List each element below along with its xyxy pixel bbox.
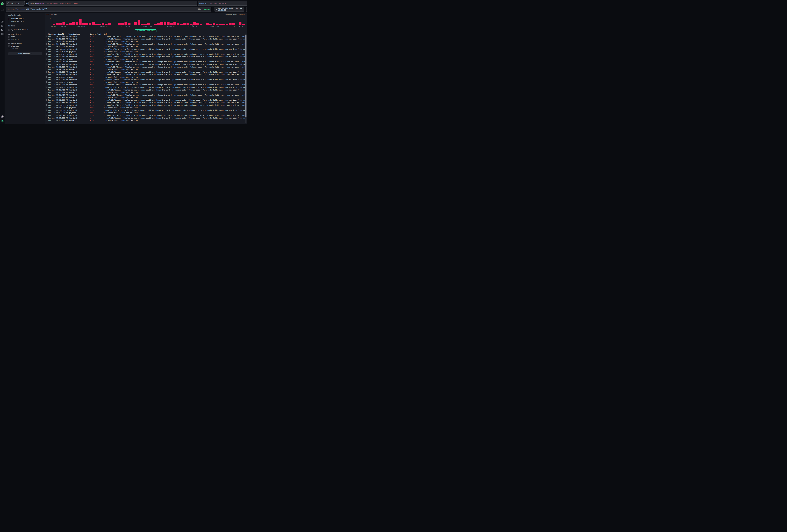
table-row[interactable]: Jun 11 1:56:03.252 PMfrontenderror{"code… — [45, 79, 247, 81]
table-row[interactable]: Jun 11 1:56:38.540 PMfrontenderror{"code… — [45, 56, 247, 58]
cell-body: {"code":13,"details":"failed to charge c… — [102, 99, 247, 101]
histogram-slot — [226, 18, 228, 25]
cell-body: × {"code":13,"details":"failed to charge… — [102, 94, 247, 96]
cell-servicename: frontend — [68, 48, 88, 50]
table-row[interactable]: Jun 11 1:55:51.454 PMfrontenderror× {"co… — [45, 94, 247, 96]
table-row[interactable]: Jun 11 1:56:32.848 PMfrontenderror{"code… — [45, 63, 247, 66]
table-row[interactable]: Jun 11 1:55:59.767 PMfrontenderror× {"co… — [45, 84, 247, 86]
source-select[interactable]: Demo Logs — [6, 1, 25, 5]
table-row[interactable]: Jun 11 1:55:16.302 PMfrontenderror× {"co… — [45, 104, 247, 107]
column-resize-handle[interactable]: ⋮ — [68, 33, 68, 35]
table-row[interactable]: Jun 11 1:55:39.330 PMfrontenderror{"code… — [45, 99, 247, 102]
language-sql-option[interactable]: SQL — [198, 8, 201, 10]
load-more-button[interactable]: Load more — [8, 38, 42, 40]
histogram-slot — [167, 18, 170, 25]
load-more-button[interactable]: Load more — [8, 47, 42, 50]
filter-option-checkout[interactable]: checkout — [8, 45, 42, 47]
sidebar-toggle-icon[interactable] — [0, 8, 5, 12]
table-row[interactable]: Jun 11 1:56:03.248 PMpaymenterrorVisa ca… — [45, 76, 247, 79]
table-row[interactable]: Jun 11 1:55:07.841 PMfrontenderror× {"co… — [45, 114, 247, 117]
results-panel: 333 Results Scanned Rows: 788242 24 0 Ju… — [45, 13, 247, 124]
analysis-mode-event-patterns[interactable]: Event Patterns — [9, 20, 42, 23]
filter-option-info[interactable]: info — [8, 36, 42, 38]
histogram-bar — [108, 23, 111, 25]
denoise-results-toggle[interactable]: Denoise Results — [8, 28, 42, 31]
table-row[interactable]: Jun 11 1:55:07.835 PMfrontenderror{"code… — [45, 117, 247, 119]
cell-body: × {"code":13,"details":"failed to charge… — [102, 84, 247, 86]
checkbox[interactable] — [8, 36, 10, 38]
analysis-mode-results-table[interactable]: Results Table — [9, 18, 42, 20]
table-row[interactable]: Jun 11 1:55:51.452 PMfrontenderror{"code… — [45, 89, 247, 91]
table-row[interactable]: Jun 11 1:55:39.331 PMfrontenderror× {"co… — [45, 102, 247, 104]
cell-severitytext: error — [88, 43, 102, 45]
filters-sidebar: Analysis Mode Results TableEvent Pattern… — [5, 13, 45, 124]
column-resize-handle[interactable]: ⋮ — [88, 33, 89, 35]
filter-group-name[interactable]: ServiceName — [8, 42, 42, 45]
header-severitytext[interactable]: SeverityText — [90, 34, 101, 35]
histogram-bar — [89, 23, 91, 25]
resume-live-tail-button[interactable]: Resume Live Tail — [135, 29, 156, 33]
table-row[interactable]: Jun 11 1:56:32.843 PMpaymenterrorVisa ca… — [45, 58, 247, 61]
header-timestamp[interactable]: Timestamp (Local) — [48, 34, 68, 35]
run-query-button[interactable] — [246, 7, 247, 12]
cell-severitytext: error — [88, 112, 102, 114]
time-range-picker[interactable]: Jun 11 13:41:52 - Jun 11 13:56:52 — [214, 7, 244, 12]
results-histogram[interactable]: 24 0 Jun 11 1:41:45 PM1:44:00 PM1:45:45 … — [46, 18, 245, 27]
table-row[interactable]: Jun 11 1:56:51.982 PMfrontenderror× {"co… — [45, 35, 247, 38]
dashboard-grid-icon[interactable] — [0, 32, 5, 36]
table-row[interactable]: Jun 11 1:54:52.241 PMpaymenterrorVisa ca… — [45, 119, 247, 122]
checkbox[interactable] — [8, 45, 10, 47]
table-row[interactable]: Jun 11 1:55:59.765 PMfrontenderror{"code… — [45, 86, 247, 89]
denoise-checkbox[interactable] — [8, 29, 10, 31]
table-row[interactable]: Jun 11 1:56:03.254 PMfrontenderror× {"co… — [45, 73, 247, 76]
scrollbar-thumb[interactable] — [246, 35, 247, 117]
gear-icon[interactable]: ⚙ — [26, 2, 28, 5]
header-body[interactable]: Body — [104, 34, 107, 35]
column-resize-handle[interactable]: ⋮ — [102, 33, 103, 35]
laptop-icon[interactable] — [0, 28, 5, 32]
x-axis-label: 1:52:45 PM — [188, 26, 197, 27]
histogram-slot — [206, 18, 209, 25]
table-row[interactable]: Jun 11 1:55:59.760 PMpaymenterrorVisa ca… — [45, 81, 247, 84]
help-button[interactable]: ? — [1, 115, 4, 118]
order-by-input[interactable]: ORDER BY TimestampTime DESC — [198, 1, 247, 5]
table-row[interactable]: Jun 11 1:56:08.956 PMfrontenderror× {"co… — [45, 66, 247, 68]
table-row[interactable]: Jun 11 1:56:08.948 PMpaymenterrorVisa ca… — [45, 68, 247, 71]
table-row[interactable]: Jun 11 1:56:43.001 PMfrontenderror× {"co… — [45, 43, 247, 45]
table-row[interactable]: Jun 11 1:56:32.849 PMfrontenderror× {"co… — [45, 61, 247, 63]
cell-severitytext: error — [88, 69, 102, 70]
user-avatar[interactable]: U — [1, 120, 4, 123]
cell-body: {"code":13,"details":"failed to charge c… — [102, 71, 247, 73]
hyperdx-logo-icon[interactable] — [0, 2, 5, 6]
table-row[interactable]: Jun 11 1:55:16.300 PMfrontenderror{"code… — [45, 109, 247, 112]
search-input[interactable]: SeverityText:error AND "Visa cache full"… — [6, 7, 211, 12]
table-row[interactable]: Jun 11 1:56:51.980 PMfrontenderror{"code… — [45, 38, 247, 40]
table-header: Timestamp (Local) ⋮ServiceName ⋮Severity… — [45, 33, 247, 35]
language-lucene-option[interactable]: Lucene — [204, 8, 210, 10]
header-servicename[interactable]: ServiceName — [69, 34, 80, 35]
table-row[interactable]: Jun 11 1:56:38.534 PMpaymenterrorVisa ca… — [45, 50, 247, 53]
table-row[interactable]: Jun 11 1:56:08.955 PMfrontenderror{"code… — [45, 71, 247, 73]
cell-body: Visa cache full: cannot add new item. — [102, 107, 247, 109]
table-row[interactable]: Jun 11 1:55:07.827 PMpaymenterrorVisa ca… — [45, 112, 247, 114]
cell-timestamp: Jun 11 1:55:39.330 PM — [48, 99, 68, 101]
table-row[interactable]: Jun 11 1:55:16.296 PMpaymenterrorVisa ca… — [45, 107, 247, 109]
table-row[interactable]: Jun 11 1:55:51.448 PMpaymenterrorVisa ca… — [45, 91, 247, 94]
filter-group-name[interactable]: SeverityText — [8, 33, 42, 36]
more-filters-button[interactable]: More filters — [8, 52, 42, 56]
cell-timestamp: Jun 11 1:55:07.841 PM — [48, 114, 68, 116]
logs-list-icon[interactable] — [0, 20, 5, 24]
table-row[interactable]: Jun 11 1:56:42.995 PMpaymenterrorVisa ca… — [45, 45, 247, 48]
cell-severitytext: error — [88, 87, 102, 88]
line-chart-icon[interactable] — [0, 24, 5, 28]
table-row[interactable]: Jun 11 1:56:38.542 PMfrontenderror× {"co… — [45, 53, 247, 56]
table-row[interactable]: Jun 11 1:56:42.999 PMfrontenderror{"code… — [45, 48, 247, 50]
histogram-bar — [69, 23, 72, 25]
avatar-letter: U — [2, 120, 3, 122]
table-row[interactable]: Jun 11 1:55:39.324 PMpaymenterrorVisa ca… — [45, 97, 247, 99]
cell-severitytext: error — [88, 56, 102, 58]
select-columns-input[interactable]: SELECT Timestamp, ServiceName, SeverityT… — [28, 1, 197, 5]
cell-servicename: frontend — [68, 43, 88, 45]
histogram-slot — [193, 18, 196, 25]
table-row[interactable]: Jun 11 1:56:51.975 PMpaymenterrorVisa ca… — [45, 40, 247, 43]
